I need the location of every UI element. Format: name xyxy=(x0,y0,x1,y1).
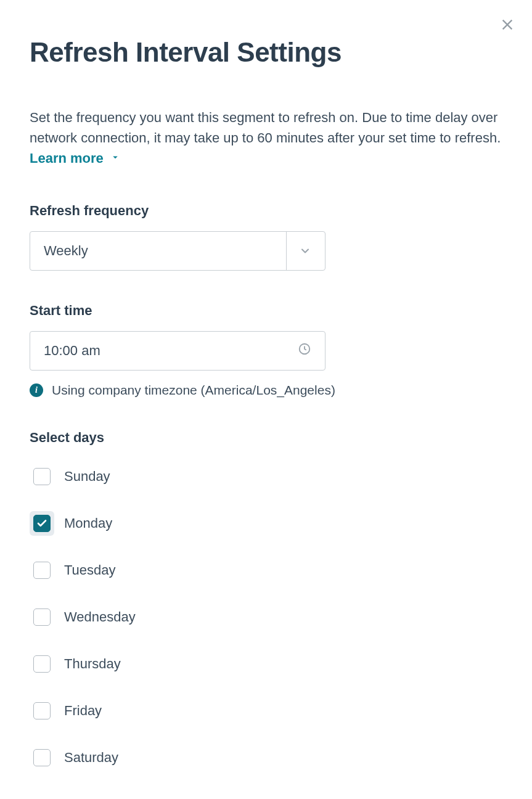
checkbox-wrapper xyxy=(30,652,54,676)
day-row-saturday[interactable]: Saturday xyxy=(30,745,502,770)
day-label: Sunday xyxy=(64,469,110,485)
days-list: SundayMondayTuesdayWednesdayThursdayFrid… xyxy=(30,464,502,770)
checkbox-wrapper xyxy=(30,558,54,583)
start-time-input[interactable]: 10:00 am xyxy=(30,331,325,371)
day-label: Thursday xyxy=(64,656,121,672)
day-label: Friday xyxy=(64,703,102,719)
day-checkbox-saturday[interactable] xyxy=(33,749,51,766)
close-button[interactable] xyxy=(499,16,516,36)
dialog-description: Set the frequency you want this segment … xyxy=(30,107,502,168)
clock-icon xyxy=(298,342,311,359)
day-row-friday[interactable]: Friday xyxy=(30,699,502,723)
day-row-sunday[interactable]: Sunday xyxy=(30,464,502,489)
checkbox-wrapper xyxy=(30,605,54,629)
checkbox-wrapper xyxy=(30,464,54,489)
learn-more-link[interactable]: Learn more xyxy=(30,148,121,168)
close-icon xyxy=(499,16,516,36)
refresh-frequency-label: Refresh frequency xyxy=(30,203,502,219)
day-checkbox-monday[interactable] xyxy=(33,515,51,532)
day-checkbox-wednesday[interactable] xyxy=(33,608,51,626)
day-checkbox-friday[interactable] xyxy=(33,702,51,719)
day-label: Saturday xyxy=(64,750,118,766)
day-row-monday[interactable]: Monday xyxy=(30,511,502,536)
timezone-text: Using company timezone (America/Los_Ange… xyxy=(52,383,335,398)
day-label: Wednesday xyxy=(64,609,136,625)
start-time-label: Start time xyxy=(30,303,502,319)
select-days-label: Select days xyxy=(30,430,502,446)
checkbox-wrapper xyxy=(30,699,54,723)
refresh-frequency-value: Weekly xyxy=(44,243,88,259)
day-checkbox-tuesday[interactable] xyxy=(33,562,51,579)
chevron-down-icon xyxy=(286,232,311,270)
checkbox-wrapper xyxy=(30,745,54,770)
day-checkbox-thursday[interactable] xyxy=(33,655,51,673)
day-row-thursday[interactable]: Thursday xyxy=(30,652,502,676)
day-label: Monday xyxy=(64,515,112,531)
learn-more-label: Learn more xyxy=(30,148,104,168)
day-label: Tuesday xyxy=(64,562,116,578)
timezone-note: i Using company timezone (America/Los_An… xyxy=(30,383,502,398)
description-text: Set the frequency you want this segment … xyxy=(30,110,501,145)
dialog-title: Refresh Interval Settings xyxy=(30,37,502,68)
day-checkbox-sunday[interactable] xyxy=(33,468,51,485)
checkbox-wrapper xyxy=(30,511,54,536)
info-icon: i xyxy=(30,383,43,397)
refresh-frequency-select[interactable]: Weekly xyxy=(30,231,325,271)
day-row-tuesday[interactable]: Tuesday xyxy=(30,558,502,583)
start-time-value: 10:00 am xyxy=(44,343,100,359)
chevron-down-icon xyxy=(110,148,121,168)
day-row-wednesday[interactable]: Wednesday xyxy=(30,605,502,629)
